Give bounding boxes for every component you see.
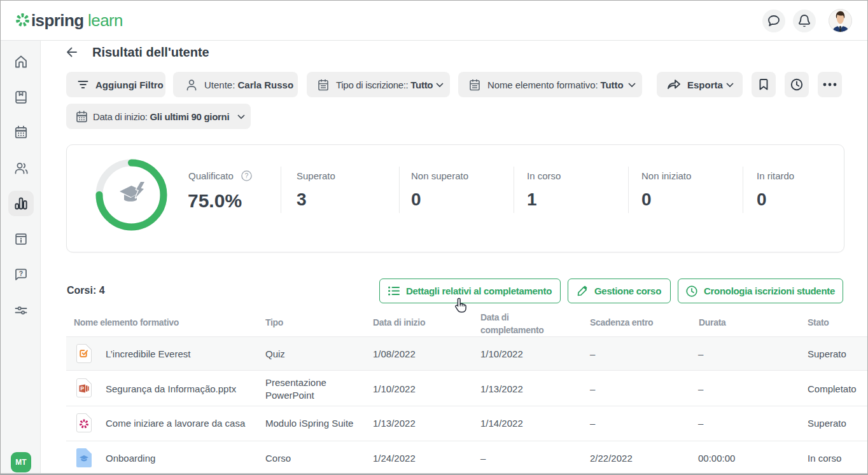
svg-text:?: ? [19,270,23,277]
svg-text:P: P [80,385,84,392]
svg-text:?: ? [245,172,249,179]
